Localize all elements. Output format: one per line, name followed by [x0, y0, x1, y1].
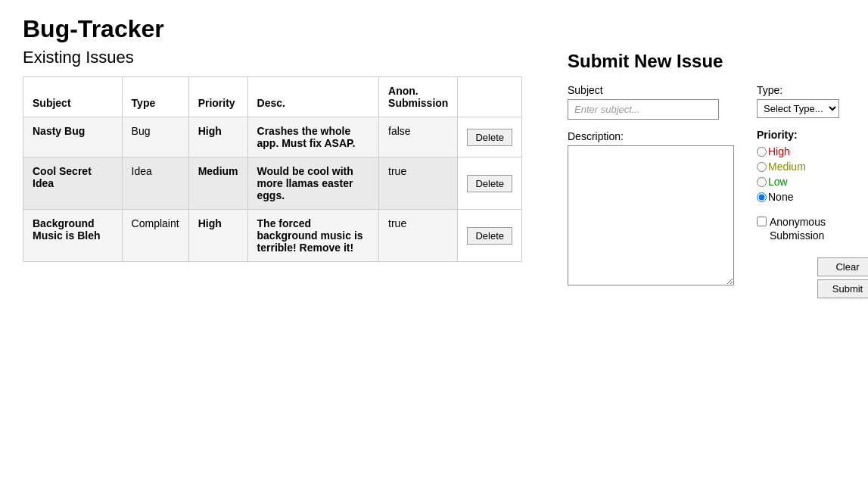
- cell-desc: The forced background music is terrible!…: [247, 210, 379, 262]
- table-row: Background Music is BlehComplaintHighThe…: [23, 210, 522, 262]
- priority-none-option: None: [757, 191, 868, 203]
- priority-high-label: High: [768, 145, 790, 157]
- priority-medium-radio[interactable]: [757, 162, 767, 172]
- priority-none-label: None: [768, 191, 793, 203]
- anon-section: Anonymous Submission: [757, 215, 868, 242]
- delete-button[interactable]: Delete: [467, 227, 512, 245]
- cell-subject: Nasty Bug: [23, 117, 123, 157]
- issues-table: Subject Type Priority Desc. Anon.Submiss…: [23, 76, 522, 262]
- table-row: Cool Secret IdeaIdeaMediumWould be cool …: [23, 157, 522, 210]
- anon-label: Anonymous Submission: [770, 215, 868, 242]
- description-label: Description:: [568, 130, 734, 142]
- cell-type: Bug: [122, 117, 188, 157]
- cell-anon: true: [379, 157, 458, 210]
- submit-button[interactable]: Submit: [817, 279, 868, 298]
- cell-anon: false: [379, 117, 458, 157]
- type-label: Type:: [757, 84, 868, 96]
- cell-action: Delete: [458, 117, 522, 157]
- description-textarea[interactable]: [568, 145, 734, 285]
- col-desc: Desc.: [247, 77, 379, 117]
- col-type: Type: [122, 77, 188, 117]
- existing-issues-heading: Existing Issues: [23, 48, 522, 67]
- form-right: Type: Select Type...BugIdeaComplaintOthe…: [757, 84, 868, 298]
- cell-desc: Would be cool with more llamas easter eg…: [247, 157, 379, 210]
- cell-desc: Crashes the whole app. Must fix ASAP.: [247, 117, 379, 157]
- priority-none-radio[interactable]: [757, 192, 767, 202]
- cell-type: Complaint: [122, 210, 188, 262]
- type-select[interactable]: Select Type...BugIdeaComplaintOther: [757, 99, 839, 118]
- subject-input[interactable]: [568, 99, 719, 120]
- submit-heading: Submit New Issue: [568, 51, 845, 72]
- priority-low-option: Low: [757, 176, 868, 188]
- cell-priority: Medium: [188, 157, 247, 210]
- subject-label: Subject: [568, 84, 734, 96]
- cell-subject: Cool Secret Idea: [23, 157, 123, 210]
- app-title: Bug-Tracker: [23, 15, 845, 43]
- col-priority: Priority: [188, 77, 247, 117]
- cell-action: Delete: [458, 210, 522, 262]
- table-row: Nasty BugBugHighCrashes the whole app. M…: [23, 117, 522, 157]
- right-panel: Submit New Issue Subject Description: Ty…: [568, 48, 845, 298]
- cell-subject: Background Music is Bleh: [23, 210, 123, 262]
- col-subject: Subject: [23, 77, 123, 117]
- priority-medium-option: Medium: [757, 161, 868, 173]
- cell-priority: High: [188, 117, 247, 157]
- priority-high-option: High: [757, 145, 868, 157]
- cell-type: Idea: [122, 157, 188, 210]
- cell-priority: High: [188, 210, 247, 262]
- anon-checkbox[interactable]: [757, 217, 767, 226]
- col-anon: Anon.Submission: [379, 77, 458, 117]
- cell-action: Delete: [458, 157, 522, 210]
- priority-low-label: Low: [768, 176, 788, 188]
- priority-group: Priority: High Medium Low: [757, 129, 868, 203]
- priority-medium-label: Medium: [768, 161, 806, 173]
- priority-high-radio[interactable]: [757, 147, 767, 157]
- delete-button[interactable]: Delete: [467, 129, 512, 146]
- delete-button[interactable]: Delete: [467, 175, 512, 192]
- priority-low-radio[interactable]: [757, 177, 767, 187]
- priority-title: Priority:: [757, 129, 868, 141]
- form-left: Subject Description:: [568, 84, 734, 298]
- form-buttons: Clear Submit: [757, 257, 868, 298]
- col-actions: [458, 77, 522, 117]
- clear-button[interactable]: Clear: [817, 257, 868, 276]
- cell-anon: true: [379, 210, 458, 262]
- left-panel: Existing Issues Subject Type Priority De…: [23, 48, 522, 262]
